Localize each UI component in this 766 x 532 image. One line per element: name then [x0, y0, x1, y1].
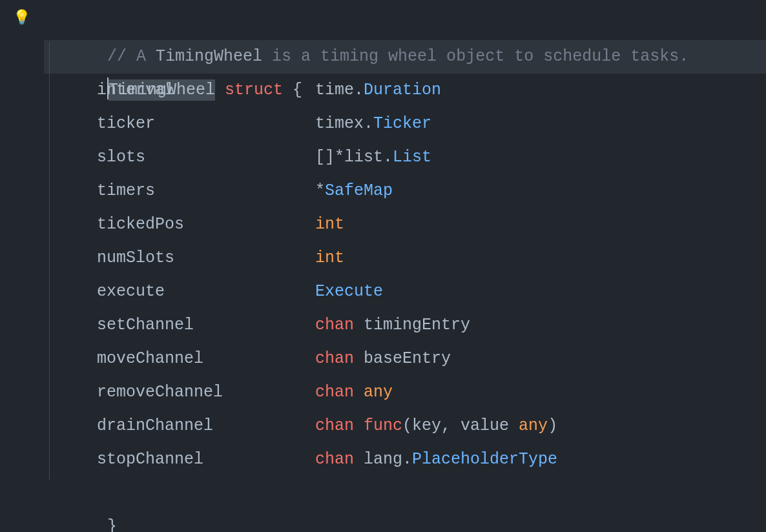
type-token: []*	[315, 148, 344, 167]
type-token: key	[412, 416, 441, 435]
code-line-field: setChannelchan timingEntry	[44, 309, 766, 342]
code-line-field: drainChannelchan func(key, value any)	[44, 409, 766, 443]
code-line-field: moveChannelchan baseEntry	[44, 342, 766, 376]
type-token: int	[315, 215, 344, 234]
code-line-field: tickedPosint	[44, 208, 766, 241]
type-token: any	[519, 416, 548, 435]
type-token: )	[548, 416, 557, 435]
type-token: list	[344, 148, 383, 167]
code-editor[interactable]: 💡 // A TimingWheel is a timing wheel obj…	[0, 0, 766, 532]
type-token: timex	[315, 114, 364, 133]
lightbulb-icon[interactable]: 💡	[13, 9, 30, 26]
code-line-field: tickertimex.Ticker	[44, 107, 766, 141]
type-token: value	[461, 416, 519, 435]
type-token	[354, 383, 364, 402]
type-token: .	[354, 81, 364, 99]
code-line-field: numSlotsint	[44, 241, 766, 275]
type-token: timingEntry	[364, 316, 470, 334]
type-token: baseEntry	[364, 349, 451, 368]
field-name: execute	[97, 275, 315, 309]
code-line-field: intervaltime.Duration	[44, 74, 766, 107]
type-token: int	[315, 249, 344, 267]
type-token: chan	[315, 383, 354, 402]
type-token: chan	[315, 416, 354, 435]
type-token: .	[402, 450, 412, 469]
type-token: List	[393, 148, 431, 167]
code-line-field: executeExecute	[44, 275, 766, 309]
field-name: setChannel	[97, 309, 315, 342]
type-token	[354, 450, 364, 469]
code-line-comment: // A TimingWheel is a timing wheel objec…	[44, 6, 766, 40]
type-token: chan	[315, 349, 354, 368]
code-line-field: timers*SafeMap	[44, 174, 766, 208]
type-token	[354, 316, 364, 334]
field-name: moveChannel	[97, 342, 315, 376]
code-line-field: slots[]*list.List	[44, 141, 766, 174]
type-token: chan	[315, 450, 354, 469]
code-line-field: removeChannelchan any	[44, 376, 766, 409]
field-name: numSlots	[97, 241, 315, 275]
type-token: SafeMap	[325, 181, 393, 200]
type-token: func	[364, 416, 402, 435]
type-token: any	[364, 383, 393, 402]
type-token: .	[364, 114, 373, 133]
type-token: (	[402, 416, 412, 435]
code-area[interactable]: // A TimingWheel is a timing wheel objec…	[44, 0, 766, 532]
field-name: drainChannel	[97, 409, 315, 443]
brace-close: }	[107, 517, 117, 532]
type-token: chan	[315, 316, 354, 334]
type-token: *	[315, 181, 325, 200]
type-token: time	[315, 81, 354, 99]
code-line-field: stopChannelchan lang.PlaceholderType	[44, 443, 766, 476]
field-name: removeChannel	[97, 376, 315, 409]
gutter: 💡	[0, 0, 44, 532]
type-token: Ticker	[373, 114, 431, 133]
type-token	[354, 416, 364, 435]
type-token: ,	[441, 416, 461, 435]
type-token: Execute	[315, 282, 383, 301]
code-line-close: }	[44, 476, 766, 510]
field-name: slots	[97, 141, 315, 174]
type-token: lang	[364, 450, 402, 469]
field-name: stopChannel	[97, 443, 315, 476]
field-name: timers	[97, 174, 315, 208]
field-name: interval	[97, 74, 315, 107]
type-token: PlaceholderType	[412, 450, 557, 469]
field-name: tickedPos	[97, 208, 315, 241]
code-line-decl: TimingWheel struct {	[44, 40, 766, 74]
field-name: ticker	[97, 107, 315, 141]
type-token: Duration	[364, 81, 441, 99]
type-token	[354, 349, 364, 368]
type-token: .	[383, 148, 393, 167]
